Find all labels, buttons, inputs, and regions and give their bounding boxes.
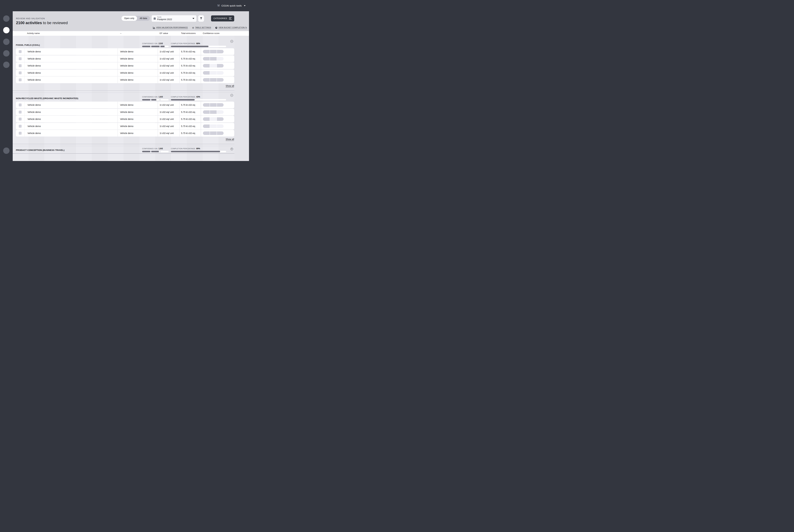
ef-value-cell: 1t c02-eq/ unit [158,109,179,115]
total-emissions-text: 5.75 kt c02-eq [181,111,195,113]
table-row[interactable]: Vehicle demo Vehicle demo 1t c02-eq/ uni… [16,70,234,76]
quick-tools-label: CO2AI quick tools [222,4,242,7]
breadcrumb-eyebrow: REVIEW AND VALIDATION [16,17,45,20]
checkbox-cell [16,48,25,55]
ef-value-text: 1t c02-eq/ unit [159,57,174,60]
confidence-label: CONFIDENCE O/A: [142,42,158,44]
table-row[interactable]: Vehicle demo Vehicle demo 1t c02-eq/ uni… [16,77,234,83]
ef-value-text: 1t c02-eq/ unit [159,79,174,81]
checkbox-cell [16,123,25,130]
row-checkbox[interactable] [19,50,22,53]
ef-value-text: 1t c02-eq/ unit [159,125,174,128]
total-emissions-cell: 5.75 kt c02-eq [179,109,201,115]
section-rows: Vehicle demo Vehicle demo 1t c02-eq/ uni… [13,101,234,136]
total-emissions-cell: 5.75 kt c02-eq [179,62,201,69]
toggle-all-data[interactable]: All data [137,16,150,21]
page-title-count: 2100 activities [16,21,42,25]
confidence-cell [201,77,234,83]
show-all-link[interactable]: Show all [226,84,234,88]
row-checkbox[interactable] [19,64,22,67]
total-emissions-text: 5.75 kt c02-eq [181,104,195,106]
total-emissions-text: 5.75 kt c02-eq [181,118,195,120]
sidebar-item-6[interactable] [3,148,10,154]
sidebar-item-1[interactable] [3,15,10,22]
table-row[interactable]: Vehicle demo Vehicle demo 1t c02-eq/ uni… [16,130,234,136]
table-row[interactable]: Vehicle demo Vehicle demo 1t c02-eq/ uni… [16,55,234,62]
activity-name-cell: Vehicle demo [16,77,117,83]
sidebar-item-5[interactable] [3,62,10,68]
activity-secondary-cell: Vehicle demo [118,101,158,108]
category-title: FOSSIL FUELS (COAL) [16,44,40,46]
total-emissions-text: 5.75 kt c02-eq [181,72,195,74]
row-checkbox[interactable] [19,78,22,81]
activity-name-cell: Vehicle demo [16,130,117,136]
activity-name-cell: Vehicle demo [16,55,117,62]
quick-tools-menu[interactable]: ⚒ CO2AI quick tools [217,0,246,11]
activity-name-text: Vehicle demo [25,72,41,74]
activity-name-cell: Vehicle demo [16,62,117,69]
sidebar-item-2-active[interactable] [3,27,10,33]
table-row[interactable]: Vehicle demo Vehicle demo 1t c02-eq/ uni… [16,48,234,55]
activity-name-text: Vehicle demo [25,118,41,120]
activity-secondary-text: Vehicle demo [120,125,133,128]
gear-icon: ⚙ [192,27,194,29]
activity-secondary-text: Vehicle demo [120,132,133,134]
confidence-cell [201,130,234,136]
confidence-bar [142,46,169,47]
row-checkbox[interactable] [19,111,22,114]
section-divider-double [13,144,234,146]
section-rows: Vehicle demo Vehicle demo 1t c02-eq/ uni… [13,48,234,83]
section-collapse-toggle[interactable]: − [230,40,233,43]
activity-secondary-cell: Vehicle demo [118,77,158,83]
row-checkbox[interactable] [19,72,22,74]
top-bar: ⚒ CO2AI quick tools [0,0,249,11]
activity-name-cell: Vehicle demo [16,70,117,76]
row-checkbox[interactable] [19,125,22,128]
page-header: REVIEW AND VALIDATION 2100 activities to… [13,11,249,31]
row-checkbox[interactable] [19,118,22,120]
table-row[interactable]: Vehicle demo Vehicle demo 1t c02-eq/ uni… [16,101,234,108]
completion-bar [171,99,226,100]
section-collapse-toggle[interactable]: + [230,148,233,150]
collapse-expand-icon: − [231,94,232,96]
ef-value-cell: 1t c02-eq/ unit [158,130,179,136]
app-window: ⚒ CO2AI quick tools REVIEW AND VALIDATIO… [0,0,249,161]
confidence-score-pill [203,110,224,114]
cycle-field-label: Cycle [157,16,161,18]
category-section: FOSSIL FUELS (COAL) CONFIDENCE O/A: 2.5/… [13,38,234,93]
confidence-value: 2.5/3 [159,42,163,44]
categories-button[interactable]: CATEGORIES [211,15,234,21]
completion-label: COMPLETION PERCENTAGE: [171,42,196,44]
bar-chart-icon [153,27,155,29]
confidence-cell [201,48,234,55]
category-section-header: FOSSIL FUELS (COAL) CONFIDENCE O/A: 2.5/… [13,38,234,48]
cycle-select[interactable]: Cycle Footprint 2022 [152,15,196,22]
confidence-score-pill [203,117,224,121]
total-emissions-cell: 5.75 kt c02-eq [179,77,201,83]
view-bucket-completion-link[interactable]: VIEW BUCKET COMPLETION % [215,26,247,29]
cycle-field-value: Footprint 2022 [157,18,172,21]
sidebar-item-4[interactable] [3,50,10,57]
table-settings-link[interactable]: ⚙ TABLE SETTINGS [192,26,211,29]
row-checkbox[interactable] [19,57,22,60]
table-row[interactable]: Vehicle demo Vehicle demo 1t c02-eq/ uni… [16,62,234,69]
activity-name-cell: Vehicle demo [16,116,117,122]
activity-name-text: Vehicle demo [25,111,41,113]
show-all-link[interactable]: Show all [226,138,234,141]
table-row[interactable]: Vehicle demo Vehicle demo 1t c02-eq/ uni… [16,116,234,122]
confidence-score-pill [203,131,224,135]
checkbox-cell [16,101,25,108]
view-validation-performance-link[interactable]: VIEW VALIDATION PERFORMANCE [153,26,188,29]
table-row[interactable]: Vehicle demo Vehicle demo 1t c02-eq/ uni… [16,109,234,115]
row-checkbox[interactable] [19,132,22,135]
toggle-open-only[interactable]: Open only [121,16,137,21]
completion-bar [171,46,226,47]
activity-name-text: Vehicle demo [25,125,41,128]
table-row[interactable]: Vehicle demo Vehicle demo 1t c02-eq/ uni… [16,123,234,130]
filter-button[interactable] [198,15,204,22]
hammer-wrench-icon: ⚒ [217,4,220,7]
row-checkbox[interactable] [19,103,22,107]
total-emissions-text: 5.75 kt c02-eq [181,132,195,134]
sidebar-item-3[interactable] [3,39,10,45]
section-collapse-toggle[interactable]: − [230,94,233,97]
